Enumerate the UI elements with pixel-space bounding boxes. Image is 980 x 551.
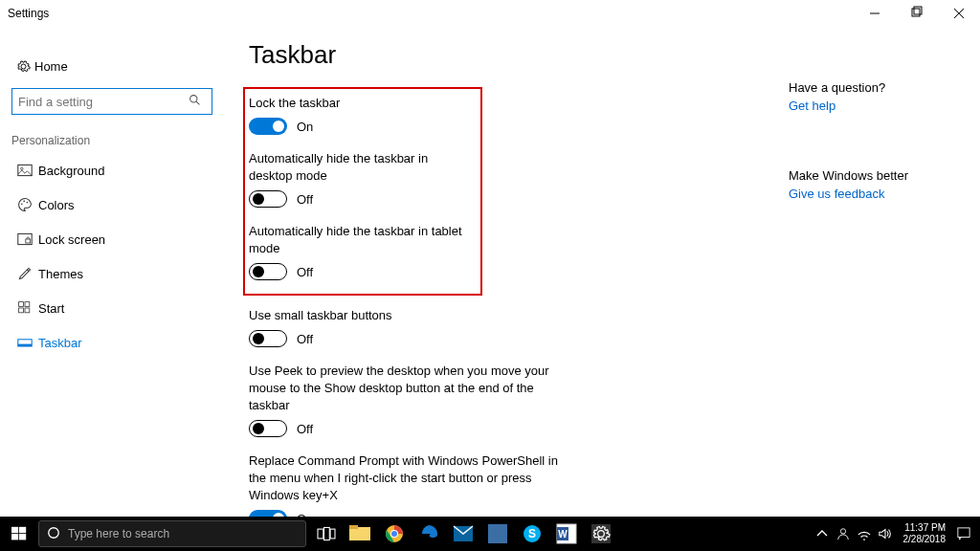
svg-rect-26	[324, 527, 330, 540]
svg-rect-34	[488, 524, 507, 543]
settings-icon	[591, 524, 611, 543]
toggle-state: Off	[297, 422, 313, 436]
svg-rect-20	[11, 527, 18, 533]
cortana-icon	[39, 526, 68, 542]
sidebar-item-start[interactable]: Start	[11, 291, 230, 325]
setting-label: Automatically hide the taskbar in tablet…	[249, 223, 473, 257]
windows-taskbar: Type here to search S W 11:37 PM 2/28/20…	[0, 517, 980, 551]
svg-rect-17	[25, 308, 30, 313]
svg-rect-25	[318, 529, 323, 539]
sidebar-item-background[interactable]: Background	[11, 153, 230, 187]
close-button[interactable]	[938, 0, 980, 27]
taskbar-app-explorer[interactable]	[343, 517, 377, 551]
close-icon	[954, 9, 964, 18]
search-icon	[189, 94, 212, 109]
svg-point-32	[391, 531, 397, 537]
toggle-lock-taskbar[interactable]	[249, 118, 287, 135]
tray-time: 11:37 PM	[903, 522, 947, 534]
svg-text:S: S	[528, 527, 536, 540]
svg-line-6	[196, 101, 199, 104]
svg-rect-15	[25, 302, 30, 307]
toggle-state: Off	[297, 332, 313, 346]
setting-label: Automatically hide the taskbar in deskto…	[249, 150, 473, 185]
sidebar-item-colors[interactable]: Colors	[11, 187, 230, 222]
toggle-autohide-desktop[interactable]	[249, 190, 287, 208]
taskbar-app-edge[interactable]	[412, 517, 446, 551]
sidebar-item-label: Taskbar	[38, 336, 82, 350]
highlight-box: Lock the taskbar On Automatically hide t…	[243, 87, 482, 296]
tray-action-center-icon[interactable]	[953, 517, 974, 551]
svg-point-9	[21, 203, 23, 205]
toggle-state: On	[297, 120, 313, 134]
setting-autohide-desktop: Automatically hide the taskbar in deskto…	[249, 150, 473, 208]
tray-network-icon[interactable]	[854, 517, 875, 551]
svg-point-24	[49, 527, 59, 538]
minimize-button[interactable]	[854, 0, 896, 27]
taskbar-search-placeholder: Type here to search	[68, 527, 169, 540]
svg-rect-29	[349, 525, 358, 529]
home-label: Home	[34, 59, 68, 74]
svg-point-8	[21, 167, 23, 169]
image-icon	[11, 163, 38, 178]
get-help-link[interactable]: Get help	[789, 99, 835, 113]
task-view-button[interactable]	[310, 517, 343, 551]
svg-rect-14	[19, 302, 24, 307]
tray-chevron-up-icon[interactable]	[812, 517, 833, 551]
svg-rect-42	[958, 528, 969, 538]
feedback-title: Make Windows better	[789, 168, 961, 183]
tray-clock[interactable]: 11:37 PM 2/28/2018	[896, 522, 954, 545]
mail-icon	[454, 526, 473, 541]
page-title: Taskbar	[249, 40, 746, 70]
brush-icon	[11, 266, 38, 281]
setting-label: Lock the taskbar	[249, 95, 473, 112]
sidebar-item-label: Start	[38, 301, 64, 316]
taskbar-app-settings[interactable]	[584, 517, 618, 551]
taskbar-app-skype[interactable]: S	[515, 517, 549, 551]
sidebar-home[interactable]: Home	[11, 50, 230, 82]
taskbar-app-word[interactable]: W	[549, 517, 584, 551]
svg-rect-21	[19, 527, 26, 533]
setting-peek: Use Peek to preview the desktop when you…	[249, 363, 746, 437]
window-title: Settings	[8, 7, 49, 20]
setting-lock-taskbar: Lock the taskbar On	[249, 95, 473, 135]
svg-point-5	[190, 96, 197, 102]
taskbar-search[interactable]: Type here to search	[38, 520, 306, 547]
sidebar-item-themes[interactable]: Themes	[11, 256, 230, 291]
taskbar-app-mail[interactable]	[446, 517, 480, 551]
svg-rect-28	[349, 527, 370, 540]
svg-rect-19	[18, 344, 32, 346]
skype-icon: S	[523, 524, 542, 543]
palette-icon	[11, 197, 38, 212]
gear-icon	[11, 59, 34, 74]
svg-rect-23	[19, 534, 26, 540]
task-view-icon	[318, 527, 335, 540]
toggle-peek[interactable]	[249, 420, 287, 437]
give-feedback-link[interactable]: Give us feedback	[789, 187, 884, 201]
sidebar-item-lockscreen[interactable]: Lock screen	[11, 222, 230, 256]
word-icon: W	[557, 524, 576, 543]
setting-label: Use small taskbar buttons	[249, 307, 565, 324]
search-input[interactable]	[12, 95, 189, 109]
toggle-state: Off	[297, 192, 313, 207]
folder-icon	[349, 525, 370, 542]
svg-point-41	[840, 529, 845, 534]
svg-point-10	[23, 201, 25, 203]
taskbar-app-generic-1[interactable]	[480, 517, 515, 551]
tray-date: 2/28/2018	[903, 534, 947, 545]
setting-label: Use Peek to preview the desktop when you…	[249, 363, 565, 414]
toggle-autohide-tablet[interactable]	[249, 263, 287, 280]
search-box[interactable]	[11, 88, 212, 115]
tray-people-icon[interactable]	[833, 517, 854, 551]
tray-volume-icon[interactable]	[875, 517, 896, 551]
svg-point-11	[27, 202, 29, 204]
svg-rect-22	[11, 534, 18, 540]
taskbar-app-chrome[interactable]	[377, 517, 412, 551]
sidebar-item-label: Colors	[38, 198, 75, 212]
sidebar-item-taskbar[interactable]: Taskbar	[11, 325, 230, 360]
start-button[interactable]	[0, 517, 38, 551]
svg-rect-2	[914, 7, 922, 14]
toggle-small-buttons[interactable]	[249, 330, 287, 347]
svg-rect-13	[26, 239, 31, 243]
app-icon	[488, 524, 507, 543]
maximize-button[interactable]	[896, 0, 938, 27]
